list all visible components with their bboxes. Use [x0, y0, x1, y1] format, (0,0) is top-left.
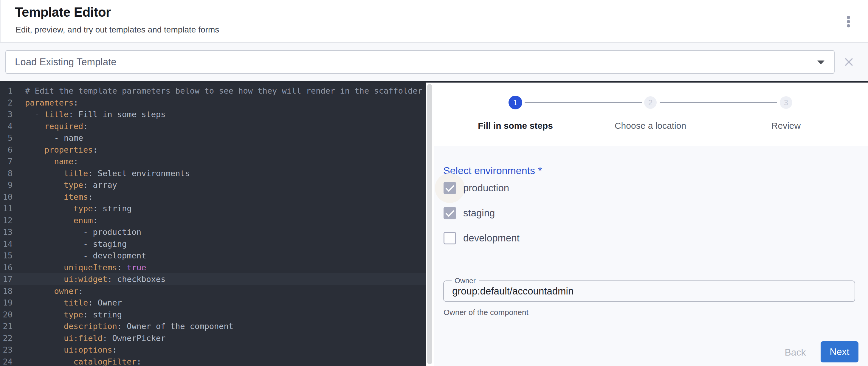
- load-template-select[interactable]: Load Existing Template: [5, 50, 835, 74]
- checkbox-checked-icon[interactable]: [443, 182, 456, 194]
- step-label: Choose a location: [615, 121, 686, 131]
- line-number: 14: [0, 238, 12, 250]
- field-group-label: Select environments*: [443, 165, 542, 177]
- code-line: 18 owner:: [0, 285, 426, 297]
- code-text: - production: [12, 226, 141, 238]
- line-number: 24: [0, 356, 12, 366]
- line-number: 9: [0, 179, 12, 191]
- code-editor[interactable]: 1# Edit the template parameters below to…: [0, 83, 426, 366]
- code-line: 20 type: string: [0, 309, 426, 321]
- select-placeholder: Load Existing Template: [15, 51, 117, 73]
- line-number: 1: [0, 85, 12, 97]
- template-preview-panel: 1Fill in some steps2Choose a location3Re…: [434, 83, 868, 366]
- line-number: 16: [0, 262, 12, 274]
- page-header: Template Editor Edit, preview, and try o…: [0, 0, 868, 43]
- card-edge: [0, 0, 1, 42]
- code-line: 7 name:: [0, 156, 426, 167]
- scrollbar-thumb[interactable]: [427, 84, 432, 364]
- checkbox-option-staging[interactable]: staging: [443, 207, 495, 219]
- kebab-dot-icon: [847, 16, 850, 19]
- code-line: 12 enum:: [0, 215, 426, 226]
- line-number: 13: [0, 226, 12, 238]
- line-number: 4: [0, 120, 12, 132]
- code-text: - development: [12, 250, 146, 262]
- code-line: 17 ui:widget: checkboxes: [0, 273, 426, 285]
- code-line: 5 - name: [0, 132, 426, 144]
- code-text: enum:: [12, 215, 98, 226]
- code-line: 23 ui:options:: [0, 344, 426, 356]
- code-line: 24 catalogFilter:: [0, 356, 426, 366]
- code-text: owner:: [12, 285, 83, 297]
- code-line: 6 properties:: [0, 144, 426, 156]
- code-line: 8 title: Select environments: [0, 167, 426, 179]
- code-line: 13 - production: [0, 226, 426, 238]
- close-icon[interactable]: [844, 58, 853, 66]
- code-line: 22 ui:field: OwnerPicker: [0, 332, 426, 344]
- step-connector: [525, 102, 642, 103]
- line-number: 8: [0, 167, 12, 179]
- kebab-dot-icon: [847, 24, 850, 27]
- code-line: 3 - title: Fill in some steps: [0, 109, 426, 120]
- code-text: - staging: [12, 238, 127, 250]
- line-number: 5: [0, 132, 12, 144]
- line-number: 22: [0, 332, 12, 344]
- stepper: 1Fill in some steps2Choose a location3Re…: [434, 83, 868, 146]
- caret-down-icon: [817, 61, 825, 64]
- step-connector: [660, 102, 777, 103]
- code-line: 11 type: string: [0, 203, 426, 215]
- page-title: Template Editor: [15, 5, 111, 20]
- kebab-dot-icon: [847, 20, 850, 23]
- code-line: 2parameters:: [0, 97, 426, 109]
- line-number: 23: [0, 344, 12, 356]
- template-loader-bar: Load Existing Template: [0, 43, 868, 83]
- code-text: properties:: [12, 144, 98, 156]
- editor-lines: 1# Edit the template parameters below to…: [0, 85, 426, 366]
- step-label: Review: [771, 121, 801, 131]
- code-text: - title: Fill in some steps: [12, 109, 165, 120]
- code-line: 16 uniqueItems: true: [0, 262, 426, 274]
- line-number: 17: [0, 273, 12, 285]
- line-number: 19: [0, 297, 12, 309]
- code-text: description: Owner of the component: [12, 321, 234, 332]
- step-circle-1: 1: [508, 96, 522, 110]
- more-options-button[interactable]: [842, 15, 855, 28]
- code-text: type: array: [12, 179, 117, 191]
- code-text: name:: [12, 156, 79, 167]
- code-line: 21 description: Owner of the component: [0, 321, 426, 332]
- code-text: parameters:: [12, 97, 79, 109]
- step-label: Fill in some steps: [478, 121, 553, 131]
- checkbox-checked-icon[interactable]: [443, 207, 456, 219]
- owner-field-value: group:default/accountadmin: [452, 281, 574, 301]
- line-number: 21: [0, 321, 12, 332]
- code-line: 9 type: array: [0, 179, 426, 191]
- required-marker: *: [538, 165, 542, 176]
- code-text: catalogFilter:: [12, 356, 141, 366]
- back-button[interactable]: Back: [776, 342, 815, 362]
- line-number: 11: [0, 203, 12, 215]
- line-number: 10: [0, 191, 12, 203]
- page-subtitle: Edit, preview, and try out templates and…: [16, 25, 219, 35]
- line-number: 12: [0, 215, 12, 226]
- code-text: title: Owner: [12, 297, 122, 309]
- code-text: ui:widget: checkboxes: [12, 273, 165, 285]
- checkbox-option-development[interactable]: development: [443, 232, 520, 244]
- code-line: 4 required:: [0, 120, 426, 132]
- code-text: ui:field: OwnerPicker: [12, 332, 165, 344]
- main-split: 1# Edit the template parameters below to…: [0, 83, 868, 366]
- owner-field[interactable]: Owner group:default/accountadmin: [443, 280, 855, 302]
- checkbox-label: staging: [463, 208, 495, 219]
- checkbox-label: development: [463, 233, 520, 244]
- owner-helper-text: Owner of the component: [443, 308, 528, 317]
- code-text: items:: [12, 191, 93, 203]
- template-form: Select environments* productionstagingde…: [434, 146, 868, 366]
- code-text: # Edit the template parameters below to …: [12, 85, 426, 97]
- code-text: ui:options:: [12, 344, 117, 356]
- line-number: 2: [0, 97, 12, 109]
- next-button[interactable]: Next: [820, 341, 859, 362]
- checkbox-option-production[interactable]: production: [443, 182, 509, 194]
- code-text: type: string: [12, 309, 122, 321]
- checkbox-unchecked-icon[interactable]: [443, 232, 456, 244]
- code-text: - name: [12, 132, 83, 144]
- line-number: 15: [0, 250, 12, 262]
- code-line: 15 - development: [0, 250, 426, 262]
